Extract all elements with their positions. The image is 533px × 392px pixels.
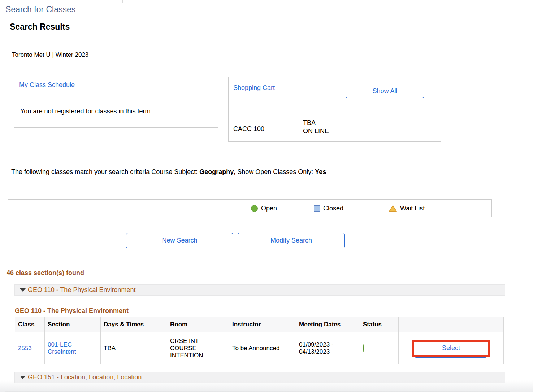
highlight-box: Select <box>412 340 490 357</box>
waitlist-triangle-icon <box>389 205 397 212</box>
section-line2: CrseIntent <box>48 348 98 356</box>
legend-closed: Closed <box>314 200 343 217</box>
col-meeting-dates: Meeting Dates <box>296 317 360 332</box>
legend-waitlist-label: Wait List <box>400 205 425 212</box>
cart-time: TBA <box>303 119 329 127</box>
criteria-subject: Geography <box>199 168 234 175</box>
my-class-schedule-link[interactable]: My Class Schedule <box>19 81 75 89</box>
select-button-edge <box>415 357 486 358</box>
section-header-geo151[interactable]: GEO 151 - Location, Location, Location <box>14 372 505 383</box>
cart-time-location: TBA ON LINE <box>303 119 329 135</box>
col-instructor: Instructor <box>229 317 296 332</box>
section-header-geo110[interactable]: GEO 110 - The Physical Environment <box>14 284 505 296</box>
col-section: Section <box>45 317 101 332</box>
title-divider <box>0 17 386 17</box>
show-all-button[interactable]: Show All <box>346 84 424 98</box>
room-cell: CRSE INT COURSE INTENTION <box>170 337 214 359</box>
col-days-times: Days & Times <box>101 317 167 332</box>
search-results-heading: Search Results <box>10 22 70 32</box>
legend-open-label: Open <box>261 205 277 212</box>
legend-waitlist: Wait List <box>389 200 425 217</box>
open-circle-icon <box>251 205 258 212</box>
col-class: Class <box>15 317 45 332</box>
search-for-classes-page: Search for Classes Search Results Toront… <box>0 0 533 392</box>
select-button[interactable]: Select <box>442 344 460 352</box>
cart-course: CACC 100 <box>233 125 264 133</box>
select-button-wrap: Select <box>412 340 490 357</box>
col-room: Room <box>167 317 229 332</box>
page-title: Search for Classes <box>5 5 75 14</box>
col-status: Status <box>360 317 399 332</box>
result-count: 46 class section(s) found <box>6 269 84 277</box>
table-header-row: Class Section Days & Times Room Instruct… <box>15 317 504 332</box>
results-container: GEO 110 - The Physical Environment GEO 1… <box>5 279 510 392</box>
col-action <box>399 317 504 332</box>
shopping-cart-link[interactable]: Shopping Cart <box>233 84 275 92</box>
section-header-label: GEO 151 - Location, Location, Location <box>28 374 142 381</box>
legend-open: Open <box>251 200 277 217</box>
schedule-empty-message: You are not registered for classes in th… <box>20 108 152 115</box>
open-status-icon <box>363 344 364 352</box>
course-heading: GEO 110 - The Physical Environment <box>15 307 129 315</box>
table-row: 2553 001-LEC CrseIntent TBA CRSE INT COU… <box>15 332 504 364</box>
section-link[interactable]: 001-LEC CrseIntent <box>48 341 98 356</box>
section-header-label: GEO 110 - The Physical Environment <box>28 286 135 294</box>
status-legend-bar: Open Closed Wait List <box>8 199 492 217</box>
collapse-triangle-icon <box>20 376 26 379</box>
cart-location: ON LINE <box>303 127 329 135</box>
section-line1: 001-LEC <box>48 341 98 348</box>
new-search-button[interactable]: New Search <box>126 233 233 248</box>
criteria-middle: , Show Open Classes Only: <box>234 168 315 175</box>
class-number-link[interactable]: 2553 <box>18 345 32 352</box>
my-class-schedule-panel: My Class Schedule You are not registered… <box>14 77 218 128</box>
instructor-cell: To be Announced <box>229 332 296 364</box>
action-cell: Select <box>399 332 504 364</box>
status-cell <box>360 332 399 364</box>
closed-square-icon <box>314 205 320 212</box>
collapse-triangle-icon <box>20 288 26 292</box>
meeting-dates-cell: 01/09/2023 - 04/13/2023 <box>299 341 353 356</box>
days-times-cell: TBA <box>101 332 167 364</box>
criteria-open-only: Yes <box>315 168 326 175</box>
search-criteria-line: The following classes match your search … <box>11 168 326 176</box>
criteria-prefix: The following classes match your search … <box>11 168 199 175</box>
shopping-cart-panel: Shopping Cart Show All CACC 100 TBA ON L… <box>228 77 441 142</box>
class-sections-table: Class Section Days & Times Room Instruct… <box>15 317 504 364</box>
legend-closed-label: Closed <box>323 205 343 212</box>
term-line: Toronto Met U | Winter 2023 <box>12 51 88 58</box>
cutoff-tab <box>6 0 123 3</box>
modify-search-button[interactable]: Modify Search <box>238 233 345 248</box>
